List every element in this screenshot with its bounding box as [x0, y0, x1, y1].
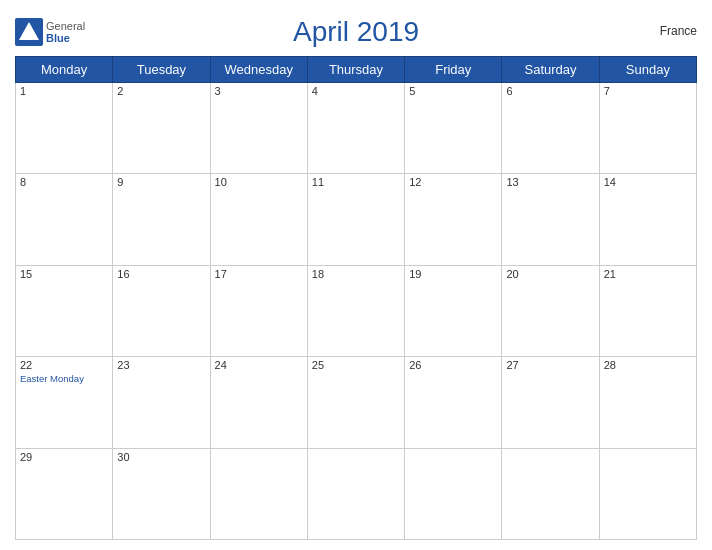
day-number: 29: [20, 451, 108, 463]
weekday-header-friday: Friday: [405, 57, 502, 83]
day-number: 9: [117, 176, 205, 188]
calendar-cell: 6: [502, 83, 599, 174]
calendar-cell: 26: [405, 357, 502, 448]
weekday-header-monday: Monday: [16, 57, 113, 83]
calendar-week-row: 2930: [16, 448, 697, 539]
calendar-cell: [307, 448, 404, 539]
calendar-cell: 7: [599, 83, 696, 174]
day-number: 21: [604, 268, 692, 280]
day-number: 25: [312, 359, 400, 371]
calendar-cell: 19: [405, 265, 502, 356]
day-number: 17: [215, 268, 303, 280]
calendar-cell: 20: [502, 265, 599, 356]
calendar-cell: [210, 448, 307, 539]
day-number: 26: [409, 359, 497, 371]
calendar-cell: 9: [113, 174, 210, 265]
calendar-cell: [405, 448, 502, 539]
day-number: 11: [312, 176, 400, 188]
logo-general: General: [46, 20, 85, 32]
calendar-cell: 2: [113, 83, 210, 174]
day-number: 19: [409, 268, 497, 280]
calendar-week-row: 1234567: [16, 83, 697, 174]
calendar-cell: 3: [210, 83, 307, 174]
day-number: 5: [409, 85, 497, 97]
calendar-week-row: 891011121314: [16, 174, 697, 265]
weekday-header-saturday: Saturday: [502, 57, 599, 83]
holiday-label: Easter Monday: [20, 373, 108, 384]
calendar-cell: 1: [16, 83, 113, 174]
day-number: 23: [117, 359, 205, 371]
day-number: 16: [117, 268, 205, 280]
logo-blue: Blue: [46, 32, 85, 44]
calendar-cell: 15: [16, 265, 113, 356]
day-number: 30: [117, 451, 205, 463]
weekday-header-row: MondayTuesdayWednesdayThursdayFridaySatu…: [16, 57, 697, 83]
calendar-cell: 12: [405, 174, 502, 265]
calendar-cell: 24: [210, 357, 307, 448]
weekday-header-sunday: Sunday: [599, 57, 696, 83]
calendar-cell: [502, 448, 599, 539]
day-number: 10: [215, 176, 303, 188]
logo-icon: [15, 18, 43, 46]
weekday-header-tuesday: Tuesday: [113, 57, 210, 83]
month-title: April 2019: [293, 16, 419, 48]
day-number: 22: [20, 359, 108, 371]
calendar-week-row: 15161718192021: [16, 265, 697, 356]
day-number: 12: [409, 176, 497, 188]
calendar-cell: 21: [599, 265, 696, 356]
day-number: 24: [215, 359, 303, 371]
day-number: 18: [312, 268, 400, 280]
day-number: 15: [20, 268, 108, 280]
calendar-cell: 16: [113, 265, 210, 356]
calendar-cell: 17: [210, 265, 307, 356]
country-label: France: [660, 24, 697, 38]
calendar-cell: 23: [113, 357, 210, 448]
calendar-cell: 25: [307, 357, 404, 448]
logo: General Blue: [15, 18, 85, 46]
calendar-cell: 13: [502, 174, 599, 265]
day-number: 28: [604, 359, 692, 371]
calendar-cell: 28: [599, 357, 696, 448]
day-number: 4: [312, 85, 400, 97]
day-number: 14: [604, 176, 692, 188]
calendar-cell: 10: [210, 174, 307, 265]
calendar-cell: 22Easter Monday: [16, 357, 113, 448]
calendar-header: General Blue April 2019 France: [15, 10, 697, 52]
calendar-cell: 5: [405, 83, 502, 174]
day-number: 27: [506, 359, 594, 371]
day-number: 1: [20, 85, 108, 97]
day-number: 3: [215, 85, 303, 97]
calendar-week-row: 22Easter Monday232425262728: [16, 357, 697, 448]
day-number: 7: [604, 85, 692, 97]
calendar-cell: [599, 448, 696, 539]
calendar-cell: 4: [307, 83, 404, 174]
calendar-cell: 14: [599, 174, 696, 265]
day-number: 8: [20, 176, 108, 188]
calendar-cell: 8: [16, 174, 113, 265]
day-number: 20: [506, 268, 594, 280]
day-number: 6: [506, 85, 594, 97]
logo-text: General Blue: [46, 20, 85, 44]
calendar-table: MondayTuesdayWednesdayThursdayFridaySatu…: [15, 56, 697, 540]
calendar-cell: 18: [307, 265, 404, 356]
weekday-header-wednesday: Wednesday: [210, 57, 307, 83]
calendar-cell: 29: [16, 448, 113, 539]
calendar-cell: 30: [113, 448, 210, 539]
calendar-cell: 27: [502, 357, 599, 448]
weekday-header-thursday: Thursday: [307, 57, 404, 83]
day-number: 13: [506, 176, 594, 188]
day-number: 2: [117, 85, 205, 97]
calendar-cell: 11: [307, 174, 404, 265]
